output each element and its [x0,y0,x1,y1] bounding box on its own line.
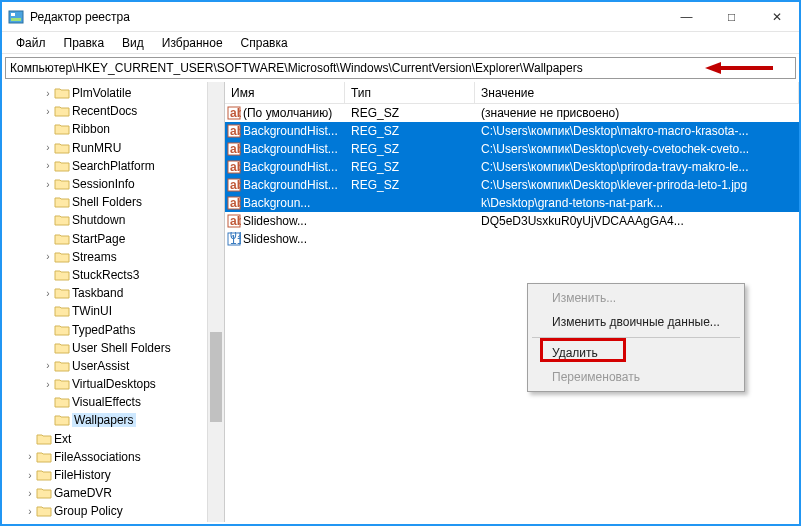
expand-icon[interactable]: › [42,360,54,371]
expand-icon[interactable]: › [42,251,54,262]
menu-favorites[interactable]: Избранное [154,34,231,52]
tree-item[interactable]: ›Streams [6,248,224,266]
tree-item-label: Shell Folders [72,195,142,209]
context-menu: Изменить... Изменить двоичные данные... … [527,283,745,392]
folder-icon [54,413,70,427]
value-type: REG_SZ [345,124,475,138]
tree-item[interactable]: ›PlmVolatile [6,84,224,102]
tree-item[interactable]: TWinUI [6,302,224,320]
list-row[interactable]: ab(По умолчанию)REG_SZ(значение не присв… [225,104,799,122]
tree-item[interactable]: Ext [6,430,224,448]
value-type: REG_SZ [345,106,475,120]
tree-item[interactable]: TypedPaths [6,320,224,338]
tree-item-label: PlmVolatile [72,86,131,100]
tree-item[interactable]: ›Taskband [6,284,224,302]
tree-item[interactable]: ›RunMRU [6,139,224,157]
folder-icon [54,250,70,264]
content-area: ›PlmVolatile›RecentDocs Ribbon›RunMRU›Se… [2,82,799,522]
tree-item[interactable]: ›Group Policy [6,502,224,520]
tree-item[interactable]: Ribbon [6,120,224,138]
tree-item[interactable]: Shell Folders [6,193,224,211]
tree-item-label: Taskband [72,286,123,300]
close-button[interactable]: ✕ [754,2,799,31]
tree-item[interactable]: ›SearchPlatform [6,157,224,175]
value-name: BackgroundHist... [243,142,345,156]
list-row[interactable]: abBackgroundHist...REG_SZC:\Users\компик… [225,158,799,176]
tree-scrollbar[interactable] [207,82,224,522]
value-name: Slideshow... [243,232,345,246]
tree-item[interactable]: StartPage [6,230,224,248]
folder-icon [54,268,70,282]
folder-icon [36,486,52,500]
expand-icon[interactable]: › [42,179,54,190]
expand-icon[interactable]: › [24,451,36,462]
window-title: Редактор реестра [30,10,664,24]
value-data: C:\Users\компик\Desktop\klever-priroda-l… [475,178,799,192]
list-row[interactable]: abSlideshow...DQ5eD3UsxkuR0yUjVDCAAAgGA4… [225,212,799,230]
svg-text:ab: ab [230,124,241,138]
value-name: (По умолчанию) [243,106,345,120]
list-row[interactable]: abBackgroundHist...REG_SZC:\Users\компик… [225,140,799,158]
list-row[interactable]: abBackgroundHist...REG_SZC:\Users\компик… [225,122,799,140]
svg-text:ab: ab [230,178,241,192]
ctx-rename[interactable]: Переименовать [530,365,742,389]
expand-icon[interactable]: › [42,88,54,99]
scrollbar-thumb[interactable] [210,332,222,422]
minimize-button[interactable]: — [664,2,709,31]
tree-item[interactable]: ›FileAssociations [6,448,224,466]
address-path[interactable]: Компьютер\HKEY_CURRENT_USER\SOFTWARE\Mic… [10,61,791,75]
expand-icon[interactable]: › [42,106,54,117]
tree-item[interactable]: ›FileHistory [6,466,224,484]
tree-item[interactable]: VisualEffects [6,393,224,411]
tree-item-label: UserAssist [72,359,129,373]
column-value[interactable]: Значение [475,82,799,103]
folder-icon [36,504,52,518]
tree-item[interactable]: ›GameDVR [6,484,224,502]
menu-file[interactable]: Файл [8,34,54,52]
value-type: REG_SZ [345,142,475,156]
tree-item-label: Streams [72,250,117,264]
expand-icon[interactable]: › [42,142,54,153]
maximize-button[interactable]: □ [709,2,754,31]
expand-icon[interactable]: › [24,488,36,499]
tree-item[interactable]: ›RecentDocs [6,102,224,120]
value-type: REG_SZ [345,160,475,174]
tree-item[interactable]: User Shell Folders [6,339,224,357]
tree-item[interactable]: ›VirtualDesktops [6,375,224,393]
folder-icon [54,213,70,227]
tree-item[interactable]: ›SessionInfo [6,175,224,193]
value-data: C:\Users\компик\Desktop\makro-macro-kras… [475,124,799,138]
tree-item[interactable]: ›UserAssist [6,357,224,375]
tree-item[interactable]: Wallpapers [6,411,224,429]
list-pane[interactable]: Имя Тип Значение ab(По умолчанию)REG_SZ(… [225,82,799,522]
value-data: k\Desktop\grand-tetons-nat-park... [475,196,799,210]
expand-icon[interactable]: › [42,160,54,171]
list-row[interactable]: 011110Slideshow... [225,230,799,248]
folder-icon [54,377,70,391]
list-row[interactable]: abBackgroundHist...REG_SZC:\Users\компик… [225,176,799,194]
tree-item-label: VisualEffects [72,395,141,409]
svg-marker-4 [705,62,721,74]
list-row[interactable]: abBackgroun...k\Desktop\grand-tetons-nat… [225,194,799,212]
menu-help[interactable]: Справка [233,34,296,52]
tree-item[interactable]: StuckRects3 [6,266,224,284]
expand-icon[interactable]: › [24,506,36,517]
svg-text:ab: ab [230,214,241,228]
value-name: BackgroundHist... [243,160,345,174]
folder-icon [54,141,70,155]
address-bar[interactable]: Компьютер\HKEY_CURRENT_USER\SOFTWARE\Mic… [5,57,796,79]
expand-icon[interactable]: › [24,470,36,481]
tree-item-label: TypedPaths [72,323,135,337]
menu-view[interactable]: Вид [114,34,152,52]
expand-icon[interactable]: › [42,288,54,299]
expand-icon[interactable]: › [42,379,54,390]
tree-item[interactable]: Shutdown [6,211,224,229]
column-type[interactable]: Тип [345,82,475,103]
tree-pane[interactable]: ›PlmVolatile›RecentDocs Ribbon›RunMRU›Se… [2,82,225,522]
column-name[interactable]: Имя [225,82,345,103]
folder-icon [54,341,70,355]
tree-item-label: FileAssociations [54,450,141,464]
ctx-edit-binary[interactable]: Изменить двоичные данные... [530,310,742,334]
ctx-edit[interactable]: Изменить... [530,286,742,310]
menu-edit[interactable]: Правка [56,34,113,52]
